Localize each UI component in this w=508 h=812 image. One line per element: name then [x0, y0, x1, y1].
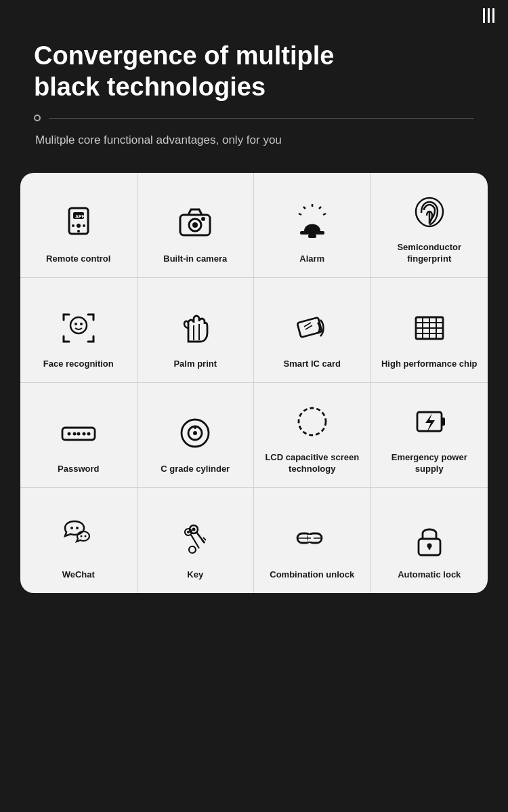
svg-point-4 — [72, 224, 75, 227]
divider-line — [49, 118, 474, 119]
svg-point-3 — [77, 224, 81, 228]
cell-label-semiconductor-fingerprint: Semiconductor fingerprint — [377, 242, 483, 265]
svg-point-9 — [192, 222, 198, 228]
features-card: APP Remote control Built- — [20, 173, 488, 593]
svg-point-38 — [82, 432, 85, 436]
smart-ic-card-icon — [289, 304, 336, 352]
page-title: Convergence of multiple black technologi… — [34, 41, 474, 102]
cell-label-built-in-camera: Built-in camera — [163, 253, 227, 265]
wechat-icon — [55, 515, 102, 563]
alarm-icon — [289, 199, 336, 247]
cell-label-alarm: Alarm — [299, 253, 324, 265]
divider-dot — [34, 115, 41, 121]
svg-point-47 — [70, 527, 73, 529]
face-recognition-icon — [55, 304, 102, 352]
svg-point-39 — [87, 432, 90, 436]
svg-point-59 — [189, 546, 196, 553]
c-grade-cylinder-icon — [171, 409, 219, 457]
svg-point-35 — [67, 432, 70, 436]
cell-password: Password — [20, 383, 137, 488]
svg-line-12 — [319, 207, 321, 209]
svg-line-25 — [304, 323, 311, 327]
password-icon — [55, 409, 102, 457]
cell-palm-print: Palm print — [137, 278, 255, 383]
svg-point-19 — [70, 317, 87, 333]
svg-text:APP: APP — [75, 214, 85, 219]
combination-unlock-icon — [289, 515, 336, 563]
svg-point-36 — [72, 432, 76, 436]
cell-label-lcd-capacitive: LCD capacitive screen technology — [259, 452, 365, 475]
cell-emergency-power-supply: Emergency power supply — [371, 383, 488, 488]
cell-label-c-grade-cylinder: C grade cylinder — [161, 464, 230, 475]
key-icon — [171, 515, 219, 563]
svg-line-14 — [323, 214, 326, 215]
cell-alarm: Alarm — [254, 173, 371, 278]
cell-wechat: WeChat — [20, 488, 137, 593]
cell-c-grade-cylinder: C grade cylinder — [137, 383, 255, 488]
features-grid: APP Remote control Built- — [20, 173, 488, 593]
lcd-capacitive-icon — [289, 398, 336, 445]
svg-point-57 — [187, 531, 190, 533]
svg-point-21 — [80, 323, 83, 325]
svg-point-48 — [76, 527, 79, 529]
svg-rect-46 — [442, 418, 445, 426]
svg-point-5 — [83, 224, 85, 227]
cell-label-combination-unlock: Combination unlock — [270, 569, 354, 581]
svg-point-50 — [84, 535, 86, 537]
cell-smart-ic-card: Smart IC card — [254, 278, 371, 383]
cell-remote-control: APP Remote control — [20, 173, 137, 278]
svg-point-49 — [80, 535, 82, 537]
svg-rect-16 — [300, 231, 324, 235]
cell-label-wechat: WeChat — [62, 569, 95, 581]
svg-line-55 — [203, 537, 206, 540]
cell-combination-unlock: Combination unlock — [254, 488, 371, 593]
palm-print-icon — [171, 304, 219, 352]
subtitle: Mulitple core functional advantages, onl… — [34, 134, 474, 147]
automatic-lock-icon — [406, 515, 453, 563]
cell-automatic-lock: Automatic lock — [371, 488, 488, 593]
cell-lcd-capacitive: LCD capacitive screen technology — [254, 383, 371, 488]
cell-semiconductor-fingerprint: Semiconductor fingerprint — [371, 173, 488, 278]
cell-label-smart-ic-card: Smart IC card — [283, 359, 341, 370]
svg-point-52 — [192, 528, 196, 531]
high-performance-chip-icon — [406, 304, 453, 352]
svg-line-26 — [305, 325, 312, 329]
svg-point-6 — [77, 230, 80, 232]
svg-point-10 — [201, 217, 205, 221]
svg-rect-17 — [308, 235, 316, 238]
cell-label-automatic-lock: Automatic lock — [398, 569, 461, 581]
header: Convergence of multiple black technologi… — [0, 0, 508, 173]
svg-point-42 — [193, 431, 197, 435]
top-bar — [483, 8, 494, 23]
cell-built-in-camera: Built-in camera — [137, 173, 255, 278]
svg-point-44 — [299, 408, 326, 435]
cell-key: Key — [137, 488, 255, 593]
cell-face-recognition: Face recognition — [20, 278, 137, 383]
cell-high-performance-chip: High performance chip — [371, 278, 488, 383]
remote-control-icon: APP — [55, 199, 102, 247]
cell-label-remote-control: Remote control — [46, 253, 110, 265]
svg-line-13 — [303, 207, 305, 209]
divider — [34, 115, 474, 121]
cell-label-key: Key — [187, 569, 203, 581]
cell-label-face-recognition: Face recognition — [43, 359, 114, 370]
cell-label-high-performance-chip: High performance chip — [381, 359, 478, 370]
svg-line-15 — [299, 214, 301, 215]
svg-point-37 — [77, 432, 80, 436]
built-in-camera-icon — [171, 199, 219, 247]
cell-label-emergency-power-supply: Emergency power supply — [377, 452, 483, 475]
svg-rect-67 — [428, 546, 430, 550]
semiconductor-fingerprint-icon — [406, 188, 453, 235]
cell-label-password: Password — [58, 464, 99, 475]
emergency-power-supply-icon — [406, 398, 453, 445]
svg-point-20 — [75, 323, 77, 325]
cell-label-palm-print: Palm print — [173, 359, 217, 370]
